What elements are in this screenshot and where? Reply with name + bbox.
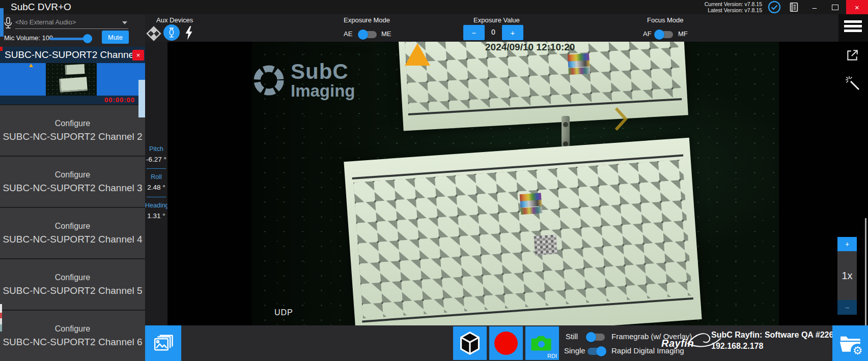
framegrab-toggle[interactable] [587,334,605,341]
still-label: Still [566,332,578,341]
mic-volume-label: Mic Volume: 100 [4,34,53,42]
rapid-digital-imaging-toggle[interactable] [587,348,605,355]
laser-icon[interactable] [147,26,161,41]
toggle-thumb [358,29,368,40]
exposure-decrease-button[interactable]: − [463,25,485,40]
record-timer: 00:00:00 [104,96,135,104]
configure-channel-2-button[interactable]: Configure SUBC-NC-SUPORT2 Channel 2 [0,105,145,156]
gallery-icon [153,334,174,353]
desktop-edge-sliver [0,8,4,37]
exposure-increase-button[interactable]: + [502,25,523,40]
focus-auto-label: AF [643,30,652,38]
scrollbar[interactable] [865,218,866,325]
latest-version: Latest Version: v7.8.15 [705,7,762,13]
single-label: Single [564,346,585,355]
subc-dvr-window: SubC DVR+O Current Version: v7.8.15 Late… [0,0,868,361]
warning-triangle-icon [405,43,430,66]
exposure-auto-label: AE [344,30,352,38]
calibration-pattern [353,160,692,319]
exposure-manual-label: ME [381,30,391,38]
channel-1-video-thumbnail [46,63,97,96]
aux-devices-label: Aux Devices [156,16,193,24]
subc-imaging-watermark: SubC Imaging [252,61,355,99]
record-button[interactable] [489,326,523,360]
divider [147,168,166,169]
pop-out-window-icon[interactable] [846,49,859,64]
focus-mode-toggle[interactable] [656,31,673,38]
lamp-button[interactable] [163,24,180,41]
channel-panel: SUBC-NC-SUPORT2 Channel 1 × 00:00:00 Con… [0,47,145,361]
mic-volume-slider-thumb[interactable] [83,34,92,43]
magic-wand-icon[interactable] [845,75,861,94]
media-gallery-button[interactable] [145,325,181,361]
watermark-line1: SubC [291,61,355,82]
audio-panel: <No External Audio> Mic Volume: 100 Mute [0,14,145,47]
minimize-button[interactable]: – [804,0,825,14]
configure-channel-5-button[interactable]: Configure SUBC-NC-SUPORT2 Channel 5 [0,259,145,310]
gear-icon: ⚙ [851,344,864,357]
calibration-board-bottom [344,138,702,325]
file-settings-button[interactable]: ⚙ [832,325,868,361]
configure-channel-3-button[interactable]: Configure SUBC-NC-SUPORT2 Channel 3 [0,157,145,207]
maximize-icon [832,5,838,10]
cube-icon [459,331,481,355]
color-checker-patch [568,53,590,75]
3d-model-button[interactable] [453,326,487,360]
channel-1-title: SUBC-NC-SUPORT2 Channel 1 [5,49,144,61]
exposure-mode-label: Exposure Mode [344,16,390,24]
microphone-icon [4,17,13,32]
video-viewport: Example TextOverlay 2024/09/10 12:10:20 … [167,42,868,325]
mute-button[interactable]: Mute [102,31,129,44]
chevron-right-icon[interactable] [614,107,628,133]
channel-list-scrollbar[interactable] [138,80,145,117]
chevron-down-icon [122,21,127,24]
current-version: Current Version: v7.8.15 [705,1,762,7]
zoom-in-button[interactable]: + [837,237,857,251]
divider [147,197,166,197]
configure-channel-6-button[interactable]: Configure SUBC-NC-SUPORT2 Channel 6 [0,311,145,361]
roll-value: 2.48 ° [145,184,167,191]
audio-source-value: <No External Audio> [15,18,76,26]
burned-in-text-overlay: Example TextOverlay [272,44,373,55]
channel-1-close-button[interactable]: × [132,50,144,61]
maximize-button[interactable] [825,0,845,14]
menu-zone [838,14,868,42]
pitch-label: Pitch [145,145,167,153]
roll-label: Roll [145,173,167,180]
update-check-icon[interactable] [768,1,781,14]
watermark-line2: Imaging [291,82,355,99]
hamburger-menu-icon[interactable] [844,20,862,36]
desktop-edge-sliver [0,47,3,51]
close-button[interactable]: × [846,0,868,14]
configure-channel-list: Configure SUBC-NC-SUPORT2 Channel 2 Conf… [0,105,145,361]
exposure-value-label: Exposure Value [473,16,520,24]
record-timer-row: 00:00:00 [0,96,145,104]
channel-1-preview[interactable] [0,63,145,96]
thumbnail-warning-triangle-icon [29,64,33,67]
audio-source-select[interactable]: <No External Audio> [15,17,128,29]
exposure-mode-toggle[interactable] [359,31,377,38]
heading-value: 1.31 ° [145,212,167,220]
heading-label: Heading [145,202,167,209]
title-bar: SubC DVR+O Current Version: v7.8.15 Late… [0,0,868,14]
record-icon [494,332,518,355]
attitude-panel: Pitch -6.27 ° Roll 2.48 ° Heading 1.31 ° [145,42,167,325]
rdi-badge: RDI [547,353,557,359]
strobe-icon[interactable] [185,26,193,42]
still-capture-button[interactable]: RDI [525,326,559,360]
protocol-label: UDP [274,308,293,317]
rayfin-logo: Rayfin [661,332,717,355]
configure-channel-4-button[interactable]: Configure SUBC-NC-SUPORT2 Channel 4 [0,208,145,258]
toggle-thumb [586,332,596,342]
video-timestamp: 2024/09/10 12:10:20 [485,42,575,53]
toggle-thumb [596,346,606,356]
log-book-icon[interactable] [788,2,799,13]
version-info: Current Version: v7.8.15 Latest Version:… [705,1,762,13]
zoom-out-button[interactable]: − [837,300,857,315]
pixelated-patch [534,234,557,255]
channel-1-header[interactable]: SUBC-NC-SUPORT2 Channel 1 × [0,47,145,63]
camera-icon [530,333,554,353]
digital-zoom-widget: + 1x − [837,237,857,315]
desktop-edge-sliver [0,304,2,332]
camera-toolbar: Aux Devices Exposure Mode AE ME Exposure… [145,14,838,42]
